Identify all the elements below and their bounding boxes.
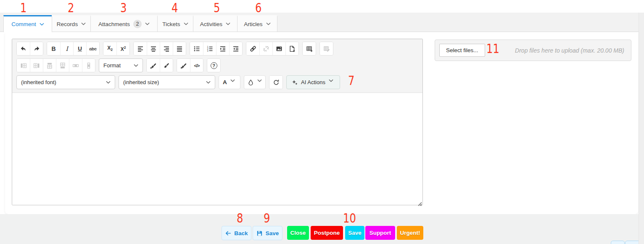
format-label: Format	[103, 62, 121, 69]
tab-activities[interactable]: Activities	[193, 15, 238, 32]
postpone-action-button[interactable]: Postpone	[311, 226, 343, 240]
underline-button[interactable]: U	[73, 42, 86, 55]
align-justify-icon	[176, 45, 183, 52]
toolbar-row-2: Format</>?	[16, 58, 418, 72]
row-add-above-icon	[46, 62, 53, 69]
row-add-below-icon	[59, 62, 66, 69]
toolbar-group	[16, 58, 95, 72]
cleanup-formatting-button[interactable]	[269, 76, 282, 89]
insert-link-button[interactable]	[246, 42, 259, 55]
select-files-button[interactable]: Select files...	[439, 44, 485, 57]
toolbar-group	[16, 42, 43, 56]
refresh-icon	[273, 79, 280, 86]
col-delete-icon	[85, 62, 92, 69]
font-size-dropdown[interactable]: (inherited size)	[119, 75, 215, 89]
editor-content-area[interactable]	[12, 93, 422, 205]
toolbar-group: ?	[207, 58, 221, 72]
indent-icon	[219, 45, 226, 52]
ai-actions-dropdown[interactable]: AI Actions	[286, 75, 340, 89]
tab-tickets[interactable]: Tickets	[157, 15, 193, 32]
delete-column-button	[82, 59, 95, 72]
chevron-down-icon	[134, 64, 138, 67]
bottom-right-button-1[interactable]	[611, 241, 625, 244]
redo-icon	[33, 45, 40, 52]
tab-label: Records	[57, 21, 78, 27]
subscript-button[interactable]: X2	[103, 42, 116, 55]
unlink-icon	[263, 45, 269, 52]
undo-button[interactable]	[17, 42, 30, 55]
toolbar-group	[319, 42, 333, 56]
copy-format-button[interactable]	[147, 59, 160, 72]
align-right-button[interactable]	[160, 42, 173, 55]
text-color-dropdown[interactable]: A	[219, 75, 240, 89]
tab-label: Comment	[11, 21, 36, 27]
outdent-button[interactable]	[229, 42, 242, 55]
insert-ordered-list-button[interactable]: 123	[203, 42, 216, 55]
tab-records[interactable]: Records	[52, 15, 91, 32]
image-icon	[276, 45, 282, 52]
brush-copy-icon	[150, 62, 157, 69]
drop-files-hint: Drop files here to upload (max. 20.00 MB…	[515, 40, 624, 61]
back-button-label: Back	[234, 230, 248, 236]
toolbar-group	[133, 42, 186, 56]
toolbar-row-3: (inherited font)(inherited size)AAI Acti…	[16, 75, 418, 89]
apply-format-button[interactable]	[160, 59, 173, 72]
table-properties-button	[320, 42, 333, 55]
save-button[interactable]: Save	[253, 226, 282, 240]
background-color-dropdown[interactable]	[244, 75, 266, 89]
insert-file-button[interactable]	[285, 42, 298, 55]
view-source-button[interactable]: </>	[190, 59, 203, 72]
tab-label: Tickets	[162, 21, 180, 27]
tab-comment[interactable]: Comment	[3, 15, 52, 32]
align-left-button[interactable]	[134, 42, 147, 55]
toolbar-group	[302, 42, 316, 56]
delete-row-button	[69, 59, 82, 72]
add-row-below-button	[56, 59, 69, 72]
tab-articles[interactable]: Articles	[237, 15, 277, 32]
italic-button[interactable]: I	[60, 42, 73, 55]
file-dropzone[interactable]: Select files... Drop files here to uploa…	[435, 40, 631, 61]
strikethrough-button[interactable]: abc	[86, 42, 99, 55]
toolbar-group: X2X2	[103, 42, 130, 56]
brush-icon	[163, 62, 170, 69]
chevron-down-icon	[40, 23, 44, 26]
scrollbar-track[interactable]	[639, 13, 644, 244]
superscript-button[interactable]: X2	[116, 42, 129, 55]
editor-toolbar: BIUabcX2X2123 Format</>? (inherited font…	[12, 39, 422, 93]
underline-glyph: U	[78, 45, 82, 52]
indent-button[interactable]	[216, 42, 229, 55]
close-action-button[interactable]: Close	[287, 226, 309, 240]
rich-text-editor: BIUabcX2X2123 Format</>? (inherited font…	[12, 39, 423, 205]
floppy-disk-icon	[256, 230, 263, 236]
tab-attachments[interactable]: Attachments2	[90, 15, 158, 32]
droplet-icon	[248, 79, 254, 85]
redo-button[interactable]	[30, 42, 43, 55]
view-source-glyph: </>	[194, 63, 200, 68]
insert-unordered-list-button[interactable]	[190, 42, 203, 55]
toolbar-group: </>	[177, 58, 203, 72]
urgent-action-button[interactable]: Urgent!	[397, 226, 423, 240]
create-table-button[interactable]	[303, 42, 316, 55]
insert-image-button[interactable]	[272, 42, 285, 55]
help-button[interactable]: ?	[207, 59, 220, 72]
save-action-button[interactable]: Save	[345, 226, 364, 240]
table-add-icon	[306, 45, 313, 52]
back-button[interactable]: Back	[222, 226, 251, 240]
format-dropdown[interactable]: Format	[99, 58, 143, 72]
col-add-right-icon	[33, 62, 40, 69]
clear-format-button[interactable]	[177, 59, 190, 72]
brush-clear-icon	[180, 62, 187, 69]
font-family-dropdown[interactable]: (inherited font)	[16, 75, 115, 89]
tab-label: Articles	[244, 21, 262, 27]
align-center-button[interactable]	[147, 42, 160, 55]
chevron-down-icon	[106, 81, 111, 84]
col-add-left-icon	[20, 62, 27, 69]
support-action-button[interactable]: Support	[365, 226, 395, 240]
unlink-button	[259, 42, 272, 55]
resize-handle[interactable]	[418, 200, 422, 204]
chevron-down-icon	[266, 22, 271, 26]
align-justify-button[interactable]	[173, 42, 186, 55]
bold-button[interactable]: B	[47, 42, 60, 55]
toolbar-group	[246, 42, 299, 56]
add-column-right-button	[30, 59, 43, 72]
